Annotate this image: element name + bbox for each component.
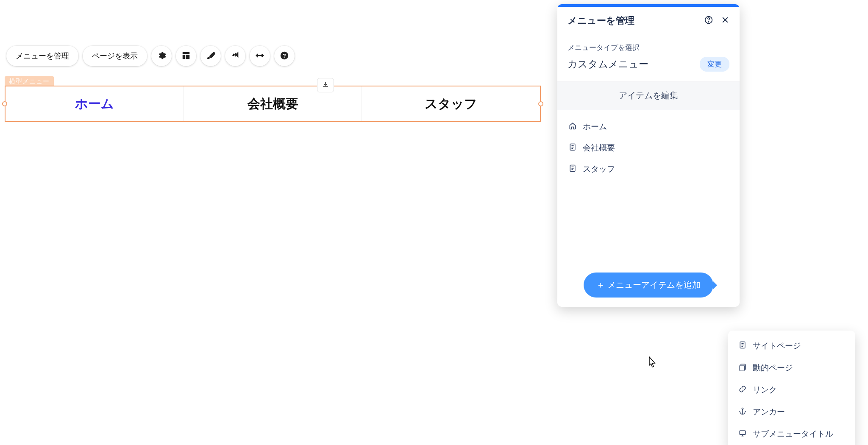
popover-item-label: 動的ページ — [753, 362, 793, 373]
svg-text:?: ? — [283, 52, 286, 58]
design-button[interactable] — [200, 46, 221, 66]
page-icon — [738, 341, 747, 351]
svg-point-12 — [742, 408, 743, 409]
menu-item-staff[interactable]: スタッフ — [362, 86, 540, 121]
home-icon — [568, 122, 577, 132]
svg-point-6 — [708, 22, 709, 22]
layout-button[interactable] — [176, 46, 196, 66]
add-item-popover: サイトページ 動的ページ リンク アンカー サブメニュータイトル — [728, 331, 855, 445]
edit-items-header: アイテムを編集 — [557, 81, 740, 110]
brush-icon — [206, 51, 215, 61]
manage-menu-button[interactable]: メニューを管理 — [6, 46, 78, 66]
list-item-home[interactable]: ホーム — [564, 116, 733, 137]
gear-icon — [157, 51, 166, 61]
stretch-button[interactable] — [250, 46, 270, 66]
list-item-label: 会社概要 — [583, 142, 615, 153]
animation-icon — [231, 51, 240, 61]
change-type-button[interactable]: 変更 — [700, 57, 729, 72]
svg-rect-11 — [740, 365, 744, 370]
panel-help-button[interactable] — [704, 15, 713, 26]
stretch-icon — [255, 51, 264, 61]
anchor-icon — [738, 407, 747, 417]
svg-rect-1 — [183, 55, 185, 59]
resize-handle-right[interactable] — [538, 101, 543, 106]
list-item-staff[interactable]: スタッフ — [564, 159, 733, 180]
help-icon: ? — [280, 51, 289, 61]
list-item-company[interactable]: 会社概要 — [564, 137, 733, 159]
tray-download-icon — [322, 81, 329, 90]
cursor-icon — [645, 356, 658, 372]
menu-item-home[interactable]: ホーム — [6, 86, 184, 121]
dynamic-page-icon — [738, 363, 747, 373]
popover-site-page[interactable]: サイトページ — [731, 335, 853, 357]
editor-toolbar: メニューを管理 ページを表示 ? — [6, 46, 295, 66]
add-menu-item-button[interactable]: ＋ メニューアイテムを追加 — [584, 273, 713, 298]
list-item-label: ホーム — [583, 121, 607, 132]
list-item-label: スタッフ — [583, 164, 615, 175]
layout-icon — [181, 51, 191, 61]
manage-menu-panel: メニューを管理 メニュータイプを選択 カスタムメニュー 変更 アイテムを編集 ホ… — [557, 4, 740, 307]
popover-item-label: アンカー — [753, 406, 785, 417]
menu-type-section: メニュータイプを選択 カスタムメニュー 変更 — [557, 35, 740, 81]
popover-item-label: サイトページ — [753, 340, 801, 351]
panel-header: メニューを管理 — [557, 7, 740, 35]
popover-subtitle[interactable]: サブメニュータイトル — [731, 423, 853, 445]
menu-item-company[interactable]: 会社概要 — [184, 86, 362, 121]
popover-item-label: サブメニュータイトル — [753, 428, 833, 439]
popover-anchor[interactable]: アンカー — [731, 401, 853, 423]
menu-item-list: ホーム 会社概要 スタッフ — [557, 110, 740, 263]
subtitle-icon — [738, 429, 747, 439]
page-icon — [568, 143, 577, 153]
panel-footer: ＋ メニューアイテムを追加 — [557, 263, 740, 307]
horizontal-menu[interactable]: ホーム 会社概要 スタッフ — [5, 86, 541, 122]
panel-close-button[interactable] — [721, 16, 729, 26]
svg-rect-2 — [186, 55, 189, 59]
show-pages-button[interactable]: ページを表示 — [83, 46, 147, 66]
panel-title: メニューを管理 — [568, 14, 634, 27]
popover-dynamic-page[interactable]: 動的ページ — [731, 357, 853, 379]
page-icon — [568, 164, 577, 175]
svg-rect-13 — [740, 431, 745, 434]
svg-rect-0 — [183, 52, 190, 54]
menu-type-label: メニュータイプを選択 — [568, 43, 729, 53]
menu-type-value: カスタムメニュー — [568, 58, 648, 71]
popover-item-label: リンク — [753, 384, 777, 395]
settings-button[interactable] — [151, 46, 172, 66]
help-button[interactable]: ? — [274, 46, 295, 66]
animation-button[interactable] — [225, 46, 245, 66]
resize-handle-left[interactable] — [2, 101, 7, 106]
popover-link[interactable]: リンク — [731, 379, 853, 401]
attach-handle-button[interactable] — [317, 78, 334, 92]
link-icon — [738, 385, 747, 395]
